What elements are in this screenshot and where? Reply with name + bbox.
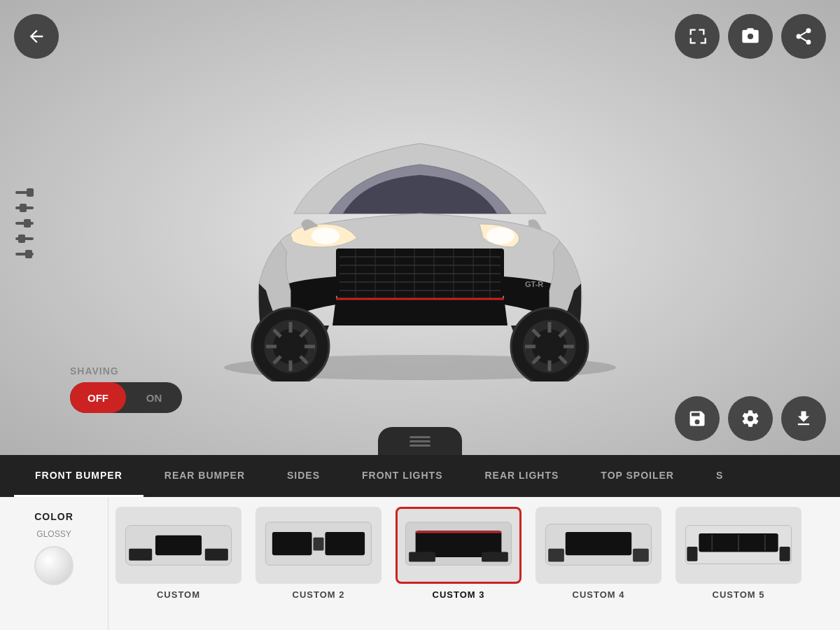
svg-rect-53 bbox=[129, 549, 152, 561]
svg-rect-52 bbox=[155, 536, 202, 555]
svg-rect-42 bbox=[27, 188, 34, 197]
svg-point-17 bbox=[486, 227, 514, 244]
svg-rect-44 bbox=[20, 204, 27, 212]
settings-button[interactable] bbox=[728, 396, 773, 441]
svg-rect-62 bbox=[409, 552, 435, 561]
option-label-custom-4: CUSTOM 4 bbox=[573, 589, 625, 600]
options-strip: CUSTOM CUSTOM 2 CUSTOM 3 CUSTOM 4 CUSTOM… bbox=[108, 497, 840, 630]
svg-rect-54 bbox=[205, 549, 228, 561]
drag-lines bbox=[410, 436, 430, 447]
nav-tab-rear-bumper[interactable]: REAR BUMPER bbox=[144, 455, 266, 497]
color-swatch[interactable] bbox=[34, 546, 74, 585]
nav-tab-rear-lights[interactable]: REAR LIGHTS bbox=[463, 455, 580, 497]
option-thumb-custom bbox=[115, 507, 241, 584]
shaving-label: SHAVING bbox=[70, 365, 182, 377]
nav-tab-top-spoiler[interactable]: TOP SPOILER bbox=[580, 455, 695, 497]
svg-rect-67 bbox=[633, 549, 649, 562]
svg-rect-71 bbox=[780, 547, 790, 561]
option-label-custom-3: CUSTOM 3 bbox=[433, 589, 485, 600]
toggle-on[interactable]: ON bbox=[126, 382, 182, 413]
toggle-off[interactable]: OFF bbox=[70, 382, 126, 413]
download-button[interactable] bbox=[781, 396, 826, 441]
back-arrow-icon bbox=[27, 27, 46, 46]
fullscreen-button[interactable] bbox=[675, 14, 720, 59]
nav-tab-s[interactable]: S bbox=[695, 455, 744, 497]
save-button[interactable] bbox=[675, 396, 720, 441]
svg-rect-70 bbox=[687, 547, 697, 561]
option-item-custom[interactable]: CUSTOM bbox=[108, 497, 248, 630]
option-thumb-custom-3 bbox=[396, 507, 522, 584]
drag-handle[interactable] bbox=[378, 427, 462, 455]
fullscreen-icon bbox=[687, 27, 707, 46]
svg-text:GT-R: GT-R bbox=[525, 280, 543, 288]
camera-icon bbox=[741, 27, 760, 46]
share-button[interactable] bbox=[781, 14, 826, 59]
svg-rect-63 bbox=[482, 552, 508, 561]
nav-tab-front-bumper[interactable]: FRONT BUMPER bbox=[14, 455, 144, 497]
settings-icon bbox=[741, 409, 760, 428]
car-display: GT-R bbox=[168, 74, 672, 382]
svg-point-16 bbox=[312, 227, 340, 244]
color-panel: COLOR GLOSSY bbox=[0, 497, 108, 630]
option-item-custom-2[interactable]: CUSTOM 2 bbox=[248, 497, 388, 630]
slider-controls[interactable] bbox=[14, 186, 42, 270]
bottom-right-buttons bbox=[675, 396, 826, 441]
svg-rect-58 bbox=[313, 538, 323, 551]
option-label-custom: CUSTOM bbox=[157, 589, 200, 600]
main-viewport: GT-R S bbox=[0, 0, 840, 455]
svg-rect-65 bbox=[566, 532, 631, 555]
svg-rect-66 bbox=[548, 549, 564, 562]
svg-rect-48 bbox=[18, 234, 25, 243]
option-item-custom-5[interactable]: CUSTOM 5 bbox=[668, 497, 808, 630]
option-label-custom-2: CUSTOM 2 bbox=[293, 589, 345, 600]
svg-rect-46 bbox=[24, 219, 31, 227]
nav-tabs: FRONT BUMPERREAR BUMPERSIDESFRONT LIGHTS… bbox=[0, 455, 840, 497]
glossy-label: GLOSSY bbox=[36, 529, 71, 539]
camera-button[interactable] bbox=[728, 14, 773, 59]
option-item-custom-3[interactable]: CUSTOM 3 bbox=[388, 497, 528, 630]
svg-rect-50 bbox=[25, 250, 32, 258]
nav-tab-front-lights[interactable]: FRONT LIGHTS bbox=[341, 455, 463, 497]
app-container: GT-R S bbox=[0, 0, 840, 630]
option-thumb-custom-2 bbox=[255, 507, 382, 584]
save-icon bbox=[687, 409, 707, 428]
svg-rect-56 bbox=[272, 532, 312, 555]
adjustment-sliders-icon bbox=[14, 186, 42, 270]
nav-tab-sides[interactable]: SIDES bbox=[266, 455, 341, 497]
shaving-toggle[interactable]: OFF ON bbox=[70, 382, 182, 413]
shaving-control: SHAVING OFF ON bbox=[70, 365, 182, 413]
option-item-custom-4[interactable]: CUSTOM 4 bbox=[528, 497, 668, 630]
top-right-buttons bbox=[675, 14, 826, 59]
color-label: COLOR bbox=[34, 511, 74, 522]
svg-rect-57 bbox=[325, 532, 365, 555]
option-label-custom-5: CUSTOM 5 bbox=[713, 589, 765, 600]
download-icon bbox=[794, 409, 813, 428]
option-thumb-custom-5 bbox=[676, 507, 802, 584]
option-thumb-custom-4 bbox=[536, 507, 662, 584]
share-icon bbox=[794, 27, 813, 46]
back-button[interactable] bbox=[14, 14, 59, 59]
bottom-panel: COLOR GLOSSY CUSTOM CUSTOM 2 CUSTOM 3 bbox=[0, 497, 840, 630]
